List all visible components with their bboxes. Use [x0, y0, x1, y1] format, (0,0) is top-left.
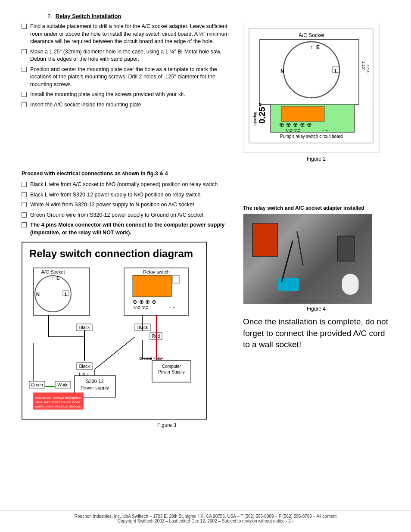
figure2-col: A/C Socket ↑ E N L [243, 23, 389, 162]
svg-text:Hole: Hole [366, 65, 370, 73]
svg-text:⊕ ⊕ ⊕ ⊕ ⊕: ⊕ ⊕ ⊕ ⊕ ⊕ [279, 121, 312, 128]
installation-list: Find a suitable placement to drill a hol… [22, 23, 234, 109]
elec-item-1: Black L wire from A/C socket to N\O (nor… [22, 181, 234, 189]
svg-text:−  +: − + [322, 128, 328, 133]
figure2-container: A/C Socket ↑ E N L [243, 23, 380, 152]
footer-line1: Rouchon Industries, Inc., dbA Swiftech –… [13, 514, 398, 519]
svg-text:N\O N\O: N\O N\O [134, 305, 149, 310]
svg-line-66 [95, 337, 135, 369]
svg-text:1.25": 1.25" [361, 61, 366, 70]
svg-text:Black: Black [79, 364, 90, 369]
figure4-photo [243, 214, 372, 304]
svg-text:↑: ↑ [310, 44, 313, 50]
checkbox-1 [22, 24, 27, 29]
svg-rect-12 [281, 106, 324, 121]
proceed-left: Proceed with electrical connections as s… [22, 171, 234, 428]
svg-text:N: N [280, 68, 284, 75]
relay-installed-title: The relay switch and A/C socket adapter … [243, 205, 389, 211]
svg-text:N: N [36, 292, 40, 297]
svg-text:Pump's relay switch circuit bo: Pump's relay switch circuit board [280, 134, 342, 139]
svg-text:Green: Green [31, 383, 43, 387]
figure3-box: Relay switch connection diagram A/C Sock… [22, 242, 207, 420]
checkbox-e3 [22, 202, 27, 207]
install-item-1: Find a suitable placement to drill a hol… [22, 23, 234, 46]
svg-text:Relay switch: Relay switch [143, 269, 170, 274]
checkbox-e5 [22, 222, 27, 227]
section-number: 2. [47, 13, 52, 19]
svg-text:L  N  ↑: L N ↑ [79, 372, 89, 377]
elec-item-4: Green Ground wire from S320-12 power sup… [22, 212, 234, 219]
checkbox-3 [22, 67, 27, 72]
svg-text:from A/C power source while: from A/C power source while [36, 400, 80, 404]
svg-text:⊕ ⊕ ⊕ ⊕: ⊕ ⊕ ⊕ ⊕ [133, 299, 156, 305]
figure4-col: The relay switch and A/C socket adapter … [243, 171, 389, 428]
figure4-label: Figure 4 [243, 306, 389, 312]
install-item-3: Position and center the mounting plate o… [22, 66, 234, 89]
svg-text:A/C Socket: A/C Socket [299, 32, 325, 38]
svg-text:↑: ↑ [52, 275, 54, 280]
svg-text:E: E [316, 44, 320, 50]
top-two-col: Find a suitable placement to drill a hol… [22, 23, 389, 162]
svg-rect-29 [133, 275, 171, 297]
svg-text:working with electrical device: working with electrical devices. [34, 404, 81, 408]
svg-text:Black: Black [137, 325, 148, 330]
svg-text:−  +: − + [169, 305, 175, 310]
electrical-list: Black L wire from A/C socket to N\O (nor… [22, 181, 234, 236]
checkbox-e4 [22, 212, 27, 218]
svg-text:0.25": 0.25" [257, 103, 267, 124]
figure3-svg: A/C Socket ↑ E N L Relay switch [29, 266, 202, 412]
checkbox-e2 [22, 192, 27, 197]
svg-text:N\O N\O: N\O N\O [286, 128, 301, 133]
figure2-svg: A/C Socket ↑ E N L [247, 27, 376, 147]
footer: Rouchon Industries, Inc., dbA Swiftech –… [0, 510, 411, 523]
svg-text:L: L [335, 68, 338, 75]
section-title: Relay Switch Installation [56, 13, 121, 19]
elec-item-5: The 4 pins Molex connector will then con… [22, 221, 234, 236]
install-item-5: Insert the A/C socket inside the mountin… [22, 101, 234, 109]
svg-text:Spacing: Spacing [253, 112, 257, 126]
install-item-2: Make a 1.25" (32mm) diameter hole in the… [22, 48, 234, 63]
install-item-4: Install the mounting plate using the scr… [22, 91, 234, 99]
svg-text:WARNING! Always disconnect: WARNING! Always disconnect [35, 396, 82, 400]
proceed-header: Proceed with electrical connections as s… [22, 171, 234, 177]
proceed-section: Proceed with electrical connections as s… [22, 171, 389, 428]
checkbox-e1 [22, 182, 27, 187]
checkbox-5 [22, 102, 27, 107]
svg-text:E: E [56, 275, 59, 280]
svg-text:Computer: Computer [162, 364, 181, 369]
page: 2. Relay Switch Installation Find a suit… [0, 0, 411, 532]
svg-text:A/C Socket: A/C Socket [41, 269, 65, 274]
svg-text:Power supply: Power supply [81, 385, 109, 390]
elec-item-3: White N wire from S320-12 power supply t… [22, 201, 234, 209]
section-header: 2. Relay Switch Installation [22, 13, 389, 19]
svg-text:Black: Black [79, 325, 90, 330]
diagram-title: Relay switch connection diagram [29, 248, 199, 260]
checkbox-2 [22, 49, 27, 54]
conclusion-text: Once the installation is complete, do no… [243, 316, 389, 351]
checkbox-4 [22, 92, 27, 97]
svg-text:S320-12: S320-12 [86, 379, 104, 384]
figure2-label: Figure 2 [243, 156, 389, 162]
svg-text:White: White [57, 383, 68, 387]
instructions-col: Find a suitable placement to drill a hol… [22, 23, 234, 162]
footer-line2: Copyright Swiftech 2002 – Last edited De… [13, 519, 398, 523]
elec-item-2: Black L wire from S320-12 power supply t… [22, 191, 234, 199]
figure3-label: Figure 3 [22, 422, 234, 428]
svg-text:Power Supply: Power Supply [158, 370, 185, 374]
